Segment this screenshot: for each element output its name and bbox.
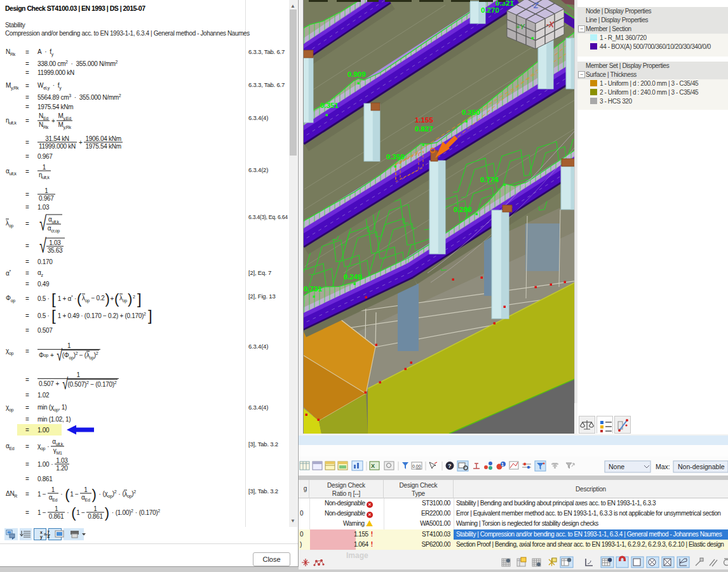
svg-text:0.249: 0.249 (344, 273, 362, 281)
svg-text:0.827: 0.827 (415, 125, 433, 133)
svg-text:y: y (40, 535, 43, 540)
svg-text:0.270: 0.270 (481, 6, 499, 14)
svg-text:-X: -X (546, 20, 555, 29)
svg-text:Max:: Max: (656, 463, 670, 470)
svg-text:1: 1 (501, 462, 504, 467)
svg-text:7: 7 (47, 530, 50, 535)
svg-text:=: = (44, 532, 46, 536)
svg-text:0.350: 0.350 (386, 153, 405, 161)
svg-text:0.350: 0.350 (462, 109, 480, 116)
svg-text:None: None (609, 463, 624, 470)
svg-text:0.774: 0.774 (480, 176, 499, 183)
svg-text:0.909: 0.909 (347, 70, 366, 78)
svg-text:0.296: 0.296 (454, 206, 472, 213)
svg-text:0.00: 0.00 (412, 464, 421, 469)
svg-text:0.351: 0.351 (320, 102, 339, 109)
svg-text:Non-designable: Non-designable (678, 463, 725, 470)
svg-text:0.731: 0.731 (304, 285, 322, 293)
svg-text:4: 4 (47, 535, 50, 539)
svg-text:1.155: 1.155 (415, 116, 433, 124)
svg-text:?: ? (448, 463, 452, 469)
svg-text:X: X (371, 463, 375, 469)
svg-text:x: x (40, 530, 43, 535)
svg-text:+Y: +Y (516, 23, 525, 30)
svg-text:-Z: -Z (531, 1, 539, 10)
